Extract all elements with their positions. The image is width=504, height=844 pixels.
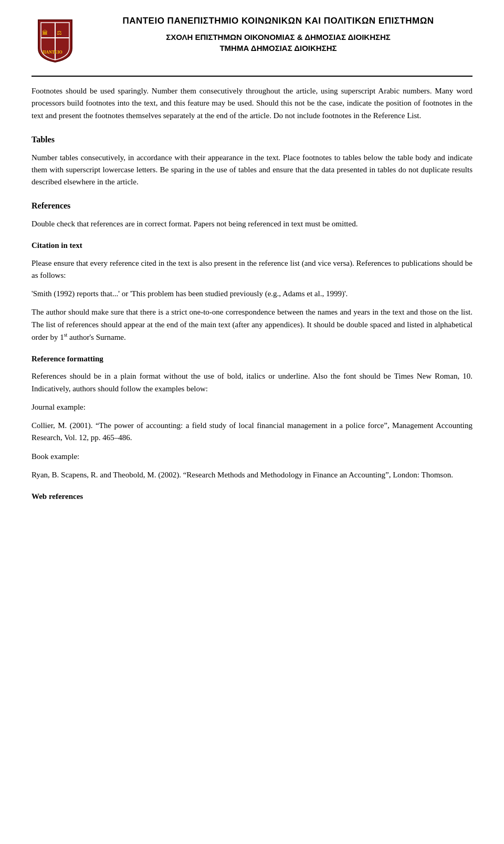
web-references-heading: Web references — [32, 491, 472, 503]
journal-example: Collier, M. (2001). “The power of accoun… — [32, 420, 472, 444]
footnotes-paragraph: Footnotes should be used sparingly. Numb… — [32, 85, 472, 122]
main-content: Footnotes should be used sparingly. Numb… — [32, 85, 472, 503]
page: 🏛 ⚖ ΠΑΝΤΕΙΟ ΠΑΝΤΕΙΟ ΠΑΝΕΠΙΣΤΗΜΙΟ ΚΟΙΝΩΝΙ… — [0, 0, 504, 844]
ref-format-heading: Reference formatting — [32, 353, 472, 365]
book-label: Book example: — [32, 451, 472, 463]
svg-text:🏛: 🏛 — [42, 29, 48, 36]
svg-text:⚖: ⚖ — [57, 29, 62, 36]
logo-area: 🏛 ⚖ ΠΑΝΤΕΙΟ — [32, 16, 79, 63]
university-name: ΠΑΝΤΕΙΟ ΠΑΝΕΠΙΣΤΗΜΙΟ ΚΟΙΝΩΝΙΚΩΝ ΚΑΙ ΠΟΛΙ… — [84, 16, 472, 26]
citation-paragraph-1: Please ensure that every reference cited… — [32, 257, 472, 282]
journal-label: Journal example: — [32, 401, 472, 413]
university-logo: 🏛 ⚖ ΠΑΝΤΕΙΟ — [36, 18, 74, 63]
tables-paragraph: Number tables consecutively, in accordan… — [32, 152, 472, 189]
citation-paragraph-3: The author should make sure that there i… — [32, 306, 472, 343]
ref-format-paragraph: References should be in a plain format w… — [32, 370, 472, 395]
citation-heading: Citation in text — [32, 239, 472, 252]
header-divider — [32, 76, 472, 77]
book-example: Ryan, B. Scapens, R. and Theobold, M. (2… — [32, 469, 472, 481]
references-paragraph: Double check that references are in corr… — [32, 218, 472, 230]
header: 🏛 ⚖ ΠΑΝΤΕΙΟ ΠΑΝΤΕΙΟ ΠΑΝΕΠΙΣΤΗΜΙΟ ΚΟΙΝΩΝΙ… — [32, 16, 472, 63]
svg-text:ΠΑΝΤΕΙΟ: ΠΑΝΤΕΙΟ — [43, 50, 62, 55]
references-heading: References — [32, 200, 472, 213]
header-text-area: ΠΑΝΤΕΙΟ ΠΑΝΕΠΙΣΤΗΜΙΟ ΚΟΙΝΩΝΙΚΩΝ ΚΑΙ ΠΟΛΙ… — [79, 16, 472, 54]
citation-paragraph-2: 'Smith (1992) reports that...' or 'This … — [32, 288, 472, 300]
school-department: ΣΧΟΛΗ ΕΠΙΣΤΗΜΩΝ ΟΙΚΟΝΟΜΙΑΣ & ΔΗΜΟΣΙΑΣ ΔΙ… — [84, 32, 472, 54]
tables-heading: Tables — [32, 133, 472, 147]
